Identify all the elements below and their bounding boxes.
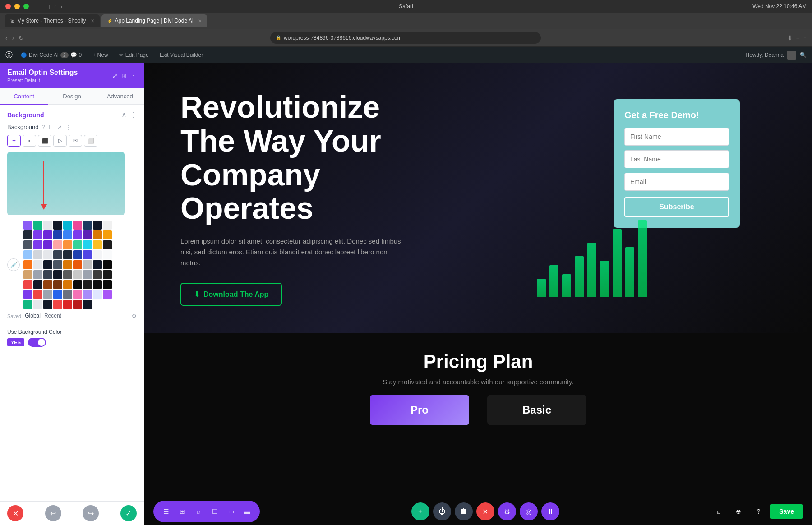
zoom-btn[interactable]: ⌕ xyxy=(710,503,727,520)
swatch[interactable] xyxy=(103,230,112,239)
back-button[interactable]: ‹ xyxy=(5,34,8,41)
undo-circle-btn[interactable]: ◎ xyxy=(520,502,538,520)
mac-close-dot[interactable] xyxy=(5,4,11,9)
swatch[interactable] xyxy=(63,270,72,279)
email-input[interactable] xyxy=(624,173,729,191)
sidebar-icon[interactable]: ⎕ xyxy=(46,3,50,10)
swatch[interactable] xyxy=(33,221,42,230)
mac-minimize-dot[interactable] xyxy=(14,4,20,9)
bg-help-icon[interactable]: ? xyxy=(42,124,45,130)
tab-design[interactable]: Design xyxy=(48,88,96,105)
swatch[interactable] xyxy=(53,221,62,230)
swatch[interactable] xyxy=(83,221,92,230)
toolbar-desktop-btn[interactable]: ☐ xyxy=(208,504,222,519)
add-tab-icon[interactable]: + xyxy=(796,34,800,41)
swatch[interactable] xyxy=(103,240,112,249)
swatch[interactable] xyxy=(53,230,62,239)
eyedropper-button[interactable]: 💉 xyxy=(7,258,20,271)
swatch[interactable] xyxy=(23,290,32,299)
swatch[interactable] xyxy=(73,240,82,249)
bg-color-type[interactable]: ✦ xyxy=(7,135,21,147)
swatch[interactable] xyxy=(33,270,42,279)
global-tab[interactable]: Global xyxy=(25,313,41,319)
edit-page-item[interactable]: ✏ Edit Page xyxy=(116,51,152,59)
toolbar-grid-btn[interactable]: ⊞ xyxy=(175,504,189,519)
swatch[interactable] xyxy=(33,280,42,289)
subscribe-button[interactable]: Subscribe xyxy=(624,197,729,217)
swatch[interactable] xyxy=(83,300,92,309)
swatch[interactable] xyxy=(43,260,52,269)
downloads-icon[interactable]: ⬇ xyxy=(787,34,793,41)
swatch[interactable] xyxy=(53,300,62,309)
add-module-btn[interactable]: + xyxy=(411,502,429,520)
swatch[interactable] xyxy=(83,230,92,239)
swatch[interactable] xyxy=(23,270,32,279)
swatch[interactable] xyxy=(53,290,62,299)
swatch[interactable] xyxy=(63,230,72,239)
swatch[interactable] xyxy=(83,290,92,299)
swatch[interactable] xyxy=(43,230,52,239)
bg-image-type[interactable]: ▪ xyxy=(23,135,36,147)
swatch[interactable] xyxy=(33,290,42,299)
help-btn[interactable]: ? xyxy=(750,503,766,520)
redo-button[interactable]: ↪ xyxy=(83,505,99,521)
wp-tab-close[interactable]: ✕ xyxy=(198,18,202,23)
swatch[interactable] xyxy=(73,250,82,259)
settings-btn[interactable]: ⚙ xyxy=(498,502,516,520)
back-icon[interactable]: ‹ xyxy=(54,3,56,10)
collapse-icon[interactable]: ∧ xyxy=(121,111,127,119)
swatch[interactable] xyxy=(53,260,62,269)
swatch[interactable] xyxy=(73,270,82,279)
download-app-button[interactable]: ⬇ Download The App xyxy=(180,283,282,306)
swatch[interactable] xyxy=(33,260,42,269)
use-bg-toggle[interactable] xyxy=(28,338,46,347)
refresh-button[interactable]: ↻ xyxy=(18,34,24,41)
settings-cog-icon[interactable]: ⚙ xyxy=(132,313,137,319)
swatch[interactable] xyxy=(23,240,32,249)
swatch[interactable] xyxy=(63,300,72,309)
swatch[interactable] xyxy=(43,250,52,259)
swatch[interactable] xyxy=(53,270,62,279)
bg-responsive-icon[interactable]: ☐ xyxy=(49,124,54,130)
swatch[interactable] xyxy=(73,221,82,230)
address-bar[interactable]: 🔒 wordpress-784896-3788616.cloudwaysapps… xyxy=(270,32,541,44)
exit-visual-builder-item[interactable]: Exit Visual Builder xyxy=(157,51,206,59)
power-btn[interactable]: ⏻ xyxy=(433,502,451,520)
swatch[interactable] xyxy=(83,250,92,259)
swatch[interactable] xyxy=(23,250,32,259)
swatch[interactable] xyxy=(63,240,72,249)
swatch[interactable] xyxy=(73,230,82,239)
save-button[interactable]: Save xyxy=(770,504,803,519)
section-more-icon[interactable]: ⋮ xyxy=(129,111,137,119)
bg-gradient-type[interactable]: ⬛ xyxy=(38,135,51,147)
first-name-input[interactable] xyxy=(624,128,729,146)
swatch[interactable] xyxy=(23,230,32,239)
swatch[interactable] xyxy=(33,240,42,249)
swatch[interactable] xyxy=(103,280,112,289)
pause-btn[interactable]: ⏸ xyxy=(541,502,559,520)
swatch[interactable] xyxy=(33,230,42,239)
swatch[interactable] xyxy=(23,300,32,309)
swatch[interactable] xyxy=(103,260,112,269)
confirm-button[interactable]: ✓ xyxy=(120,505,137,521)
swatch[interactable] xyxy=(103,270,112,279)
toolbar-mobile-btn[interactable]: ▬ xyxy=(240,504,254,519)
swatch[interactable] xyxy=(73,300,82,309)
cancel-button[interactable]: ✕ xyxy=(7,505,23,521)
add-btn[interactable]: ⊕ xyxy=(730,503,747,520)
fullscreen-icon[interactable]: ⤢ xyxy=(112,72,118,79)
swatch[interactable] xyxy=(93,260,102,269)
swatch[interactable] xyxy=(93,250,102,259)
swatch[interactable] xyxy=(23,280,32,289)
swatch[interactable] xyxy=(103,290,112,299)
swatch[interactable] xyxy=(73,260,82,269)
bg-mask-type[interactable]: ⬜ xyxy=(84,135,97,147)
search-icon[interactable]: 🔍 xyxy=(800,52,807,58)
swatch[interactable] xyxy=(23,260,32,269)
swatch[interactable] xyxy=(63,280,72,289)
forward-button[interactable]: › xyxy=(12,34,14,41)
swatch[interactable] xyxy=(83,240,92,249)
split-view-icon[interactable]: ⊞ xyxy=(121,72,127,79)
bg-cursor-icon[interactable]: ↗ xyxy=(57,124,62,130)
swatch[interactable] xyxy=(93,230,102,239)
